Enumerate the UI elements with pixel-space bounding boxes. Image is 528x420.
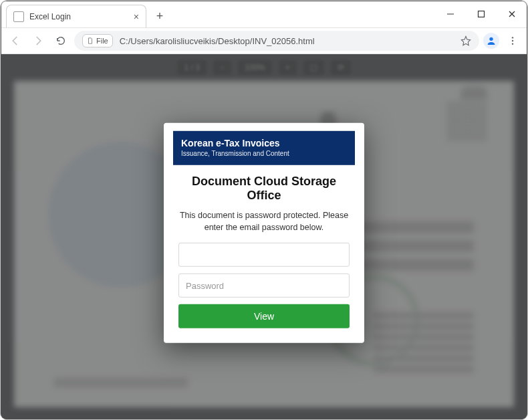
view-button[interactable]: View: [178, 304, 350, 328]
svg-point-7: [512, 43, 513, 44]
window-close-button[interactable]: [497, 1, 527, 27]
plus-icon: +: [156, 9, 164, 23]
reload-icon: [55, 35, 66, 46]
browser-menu-button[interactable]: [503, 31, 522, 50]
address-bar[interactable]: File C:/Users/karolisliucveikis/Desktop/…: [74, 31, 479, 51]
profile-avatar-button[interactable]: [483, 33, 499, 49]
page-viewport: 1 / 3 − 100% + ▢ ⟳ 증 -74484 Korean e-Tax…: [1, 54, 527, 420]
star-icon[interactable]: [460, 35, 471, 46]
svg-point-5: [512, 37, 513, 38]
modal-body-text: This document is password protected. Ple…: [178, 209, 350, 233]
login-modal: Korean e-Tax Invoices Issuance, Transmis…: [164, 123, 364, 343]
browser-toolbar: File C:/Users/karolisliucveikis/Desktop/…: [1, 27, 527, 54]
nav-forward-button[interactable]: [29, 31, 47, 50]
modal-banner: Korean e-Tax Invoices Issuance, Transmis…: [173, 131, 355, 165]
window-maximize-button[interactable]: [466, 1, 497, 27]
nav-reload-button[interactable]: [51, 31, 70, 50]
arrow-right-icon: [32, 35, 44, 47]
arrow-left-icon: [9, 35, 21, 47]
scheme-label: File: [96, 37, 108, 45]
svg-rect-1: [479, 11, 485, 17]
email-field[interactable]: [178, 243, 350, 267]
window-controls: [435, 1, 527, 27]
nav-back-button[interactable]: [6, 31, 25, 50]
window-minimize-button[interactable]: [435, 1, 466, 27]
omnibox-actions: [460, 35, 471, 46]
person-icon: [486, 35, 497, 46]
modal-heading: Document Cloud Storage Office: [178, 175, 350, 203]
tab-close-icon[interactable]: ×: [134, 11, 139, 22]
tab-favicon: [13, 11, 24, 22]
banner-subtitle: Issuance, Transmission and Content: [181, 150, 347, 157]
svg-point-6: [512, 40, 513, 41]
window-titlebar: Excel Login × +: [1, 1, 527, 27]
url-scheme-badge: File: [82, 34, 113, 47]
svg-point-4: [489, 37, 493, 41]
url-text: C:/Users/karolisliucveikis/Desktop/INV_0…: [120, 36, 315, 46]
new-tab-button[interactable]: +: [150, 7, 169, 25]
tab-title: Excel Login: [29, 12, 71, 21]
banner-title: Korean e-Tax Invoices: [181, 138, 347, 148]
password-field[interactable]: [178, 274, 350, 298]
kebab-icon: [507, 35, 518, 46]
browser-tab-active[interactable]: Excel Login ×: [6, 5, 146, 27]
document-icon: [87, 37, 94, 44]
